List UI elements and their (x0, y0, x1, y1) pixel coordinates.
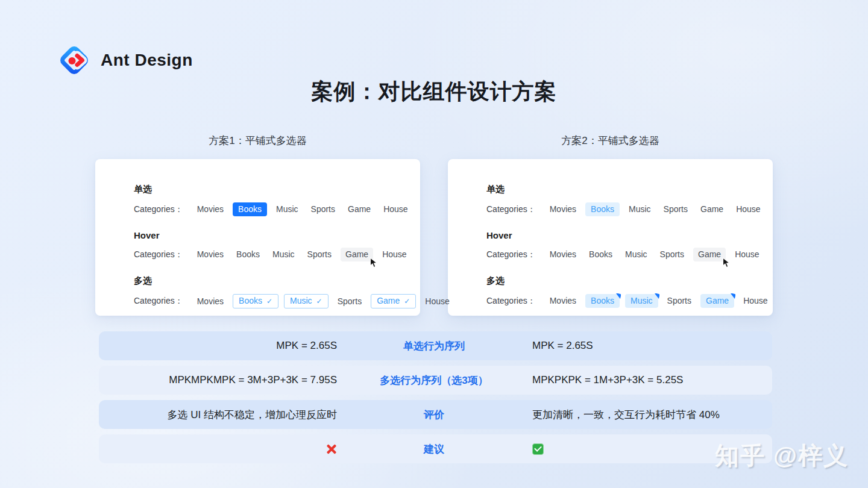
categories-label: Categories： (134, 296, 183, 307)
category-chip-sports[interactable]: Sports (660, 202, 691, 216)
section-label: Hover (486, 230, 755, 240)
category-chip-movies[interactable]: Movies (546, 202, 580, 216)
section-label: 多选 (134, 275, 402, 287)
chip-label: Music (276, 204, 298, 214)
chip-label: Music (272, 249, 295, 259)
cross-mark-icon (325, 443, 337, 455)
chip-label: Sports (338, 296, 362, 306)
chip-label: Movies (550, 204, 576, 214)
selector-demo-card: 单选Categories：MoviesBooksMusicSportsGameH… (95, 159, 420, 316)
category-chip-house[interactable]: House (732, 202, 764, 216)
panels: 方案1：平铺式多选器单选Categories：MoviesBooksMusicS… (95, 134, 773, 316)
category-chip-game[interactable]: Game (700, 294, 734, 308)
section-label: 单选 (134, 184, 402, 195)
category-chip-sports[interactable]: Sports (656, 248, 688, 261)
plan2-cell: MPK = 2.65S (531, 340, 772, 352)
chip-label: House (425, 296, 449, 306)
demo-section: 多选Categories：MoviesBooksMusicSportsGameH… (486, 275, 755, 308)
category-chip-house[interactable]: House (731, 248, 763, 261)
category-chip-movies[interactable]: Movies (546, 294, 580, 308)
chip-label: Books (591, 296, 614, 305)
category-chip-music[interactable]: Music✓ (284, 294, 329, 308)
section-label: Hover (134, 230, 402, 240)
category-chip-house[interactable]: House (380, 202, 411, 216)
categories-label: Categories： (134, 249, 183, 260)
chip-label: Books (236, 249, 260, 259)
category-chip-books[interactable]: Books (585, 248, 616, 261)
criterion-cell: 建议 (337, 442, 531, 456)
chip-label: Sports (660, 249, 684, 259)
category-chip-game[interactable]: Game✓ (371, 294, 416, 308)
category-chip-music[interactable]: Music (621, 248, 651, 261)
category-chip-sports[interactable]: Sports (334, 295, 365, 308)
category-chip-books[interactable]: Books✓ (233, 294, 278, 308)
category-chip-row: Categories：MoviesBooksMusicSportsGameHou… (486, 294, 755, 308)
category-chip-books[interactable]: Books (233, 202, 267, 216)
chip-label: Music (625, 249, 647, 259)
chip-label: Movies (550, 296, 576, 305)
category-chip-music[interactable]: Music (272, 202, 302, 216)
chip-label: Books (239, 296, 262, 305)
category-chip-game[interactable]: Game (693, 248, 726, 261)
section-label: 单选 (486, 184, 755, 195)
table-row-4: 建议 (99, 434, 772, 463)
category-chip-row: Categories：MoviesBooksMusicSportsGameHou… (134, 202, 402, 216)
chip-label: Sports (307, 249, 332, 259)
page-title: 案例：对比组件设计方案 (0, 77, 868, 107)
criterion-cell: 单选行为序列 (337, 339, 531, 353)
category-chip-movies[interactable]: Movies (193, 295, 227, 308)
chip-label: Sports (667, 296, 691, 305)
chip-label: Game (348, 204, 371, 214)
plan2-cell: 更加清晰，一致，交互行为耗时节省 40% (531, 408, 772, 422)
categories-label: Categories： (134, 204, 183, 215)
chip-label: Music (290, 296, 312, 305)
chip-label: Books (589, 249, 612, 259)
chip-label: Music (629, 204, 651, 214)
category-chip-sports[interactable]: Sports (664, 294, 695, 308)
category-chip-row: Categories：MoviesBooks✓Music✓SportsGame✓… (134, 294, 402, 308)
watermark: 知乎 @梓义 (715, 439, 849, 472)
chip-label: Game (700, 204, 723, 214)
category-chip-row: Categories：MoviesBooksMusicSportsGameHou… (486, 248, 755, 261)
chip-label: House (743, 296, 767, 305)
category-chip-sports[interactable]: Sports (304, 248, 335, 261)
plan1-cell: 多选 UI 结构不稳定，增加心理反应时 (99, 408, 337, 422)
category-chip-game[interactable]: Game (697, 202, 727, 216)
category-chip-books[interactable]: Books (585, 202, 620, 216)
category-chip-movies[interactable]: Movies (193, 202, 227, 216)
section-label: 多选 (486, 275, 755, 287)
category-chip-books[interactable]: Books (233, 248, 263, 261)
category-chip-house[interactable]: House (379, 248, 410, 261)
checkmark-glyph: ✓ (316, 297, 322, 305)
table-row-3: 多选 UI 结构不稳定，增加心理反应时评价更加清晰，一致，交互行为耗时节省 40… (99, 400, 772, 429)
criterion-cell: 多选行为序列（选3项） (337, 374, 531, 387)
chip-label: Music (631, 296, 653, 305)
category-chip-sports[interactable]: Sports (307, 202, 339, 216)
category-chip-music[interactable]: Music (625, 294, 658, 308)
chip-label: Movies (550, 249, 576, 259)
ant-design-logo: Ant Design (58, 45, 193, 76)
chip-label: Game (377, 296, 400, 305)
panel-subtitle: 方案2：平铺式多选器 (448, 134, 773, 148)
chip-label: Game (706, 296, 729, 305)
category-chip-books[interactable]: Books (585, 294, 620, 308)
category-chip-game[interactable]: Game (344, 202, 374, 216)
plan2-cell: MPKPKPK = 1M+3P+3K = 5.25S (531, 374, 772, 386)
table-row-2: MPKMPKMPK = 3M+3P+3K = 7.95S多选行为序列（选3项）M… (99, 366, 772, 395)
category-chip-house[interactable]: House (421, 295, 453, 308)
category-chip-music[interactable]: Music (269, 248, 298, 261)
category-chip-house[interactable]: House (740, 294, 771, 308)
demo-section: HoverCategories：MoviesBooksMusicSportsGa… (134, 230, 402, 261)
chip-label: House (383, 204, 407, 214)
category-chip-music[interactable]: Music (625, 202, 655, 216)
chip-label: Game (345, 249, 368, 259)
category-chip-movies[interactable]: Movies (193, 248, 227, 261)
category-chip-movies[interactable]: Movies (546, 248, 580, 261)
checkmark-glyph: ✓ (404, 297, 410, 305)
demo-section: 单选Categories：MoviesBooksMusicSportsGameH… (134, 184, 402, 216)
mouse-cursor-icon (370, 257, 379, 268)
chip-label: Sports (664, 204, 688, 214)
category-chip-row: Categories：MoviesBooksMusicSportsGameHou… (486, 202, 755, 216)
mouse-cursor-icon (722, 257, 731, 268)
category-chip-game[interactable]: Game (341, 248, 373, 261)
